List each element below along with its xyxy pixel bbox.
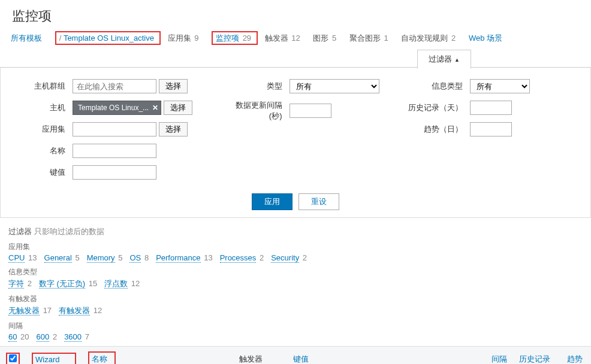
nav-triggers[interactable]: 触发器 12 bbox=[265, 33, 300, 44]
subfilter-item[interactable]: 3600 7 bbox=[64, 332, 89, 341]
subfilter-item[interactable]: 无触发器 17 bbox=[8, 305, 52, 316]
appset-input[interactable] bbox=[73, 122, 156, 136]
subfilter-item[interactable]: 字符 2 bbox=[8, 278, 32, 289]
label-name: 名称 bbox=[7, 145, 73, 156]
th-wizard[interactable]: Wizard bbox=[26, 347, 82, 365]
sf-appset-items: CPU 13General 5Memory 5OS 8Performance 1… bbox=[8, 253, 583, 262]
subfilter-item[interactable]: 600 2 bbox=[37, 332, 58, 341]
label-info-type: 信息类型 bbox=[404, 81, 470, 92]
th-triggers: 触发器 bbox=[233, 347, 287, 365]
trends-input[interactable] bbox=[470, 122, 512, 136]
select-all-checkbox[interactable] bbox=[9, 354, 17, 362]
label-update-interval: 数据更新间隔(秒) bbox=[224, 100, 290, 122]
th-trends[interactable]: 趋势 bbox=[561, 347, 591, 365]
th-interval[interactable]: 间隔 bbox=[483, 347, 513, 365]
subfilter-item[interactable]: 60 20 bbox=[8, 332, 29, 341]
history-input[interactable] bbox=[470, 101, 512, 115]
name-input[interactable] bbox=[73, 144, 156, 158]
reset-button[interactable]: 重设 bbox=[298, 193, 339, 210]
filter-tab[interactable]: 过滤器▲ bbox=[417, 50, 471, 69]
items-table: Wizard 名称 触发器 键值 间隔 历史记录 趋势 Free swap bbox=[0, 346, 591, 364]
sf-info-head: 信息类型 bbox=[8, 267, 583, 277]
type-select[interactable]: 所有 bbox=[290, 79, 379, 93]
hostgroup-input[interactable] bbox=[73, 79, 156, 93]
filter-tab-row: 过滤器▲ bbox=[0, 50, 591, 68]
subfilter-item[interactable]: 有触发器 12 bbox=[59, 305, 102, 316]
filter-panel: 主机群组 选择 主机 Template OS Linux_...✕ 选择 应用集… bbox=[0, 68, 591, 218]
nav-template-name[interactable]: Template OS Linux_active bbox=[64, 34, 154, 43]
th-key[interactable]: 键值 bbox=[287, 347, 483, 365]
close-icon[interactable]: ✕ bbox=[152, 104, 158, 112]
nav-discovery[interactable]: 自动发现规则 2 bbox=[401, 33, 456, 44]
th-checkbox bbox=[0, 347, 26, 365]
sf-appset-head: 应用集 bbox=[8, 242, 583, 252]
subfilter-item[interactable]: Performance 13 bbox=[156, 253, 213, 262]
subfilter-item[interactable]: Security 2 bbox=[271, 253, 307, 262]
subfilter-item[interactable]: General 5 bbox=[44, 253, 80, 262]
th-history[interactable]: 历史记录 bbox=[513, 347, 561, 365]
nav-appsets[interactable]: 应用集 9 bbox=[168, 33, 199, 44]
label-hostgroup: 主机群组 bbox=[7, 81, 73, 92]
host-select-button[interactable]: 选择 bbox=[164, 101, 192, 115]
subfilter-item[interactable]: OS 8 bbox=[129, 253, 149, 262]
subfilter-hint: 只影响过滤后的数据 bbox=[34, 227, 104, 236]
chevron-up-icon: ▲ bbox=[454, 57, 460, 63]
nav-all-templates[interactable]: 所有模板 bbox=[11, 33, 42, 44]
apply-button[interactable]: 应用 bbox=[252, 193, 293, 210]
host-chip[interactable]: Template OS Linux_...✕ bbox=[73, 101, 161, 115]
subfilter-block: 过滤器 只影响过滤后的数据 应用集 CPU 13General 5Memory … bbox=[0, 226, 591, 341]
key-input[interactable] bbox=[73, 165, 156, 180]
highlight-template: / Template OS Linux_active bbox=[55, 31, 161, 45]
sf-trigger-items: 无触发器 17有触发器 12 bbox=[8, 305, 583, 316]
sf-trigger-head: 有触发器 bbox=[8, 294, 583, 304]
subfilter-item[interactable]: 浮点数 12 bbox=[104, 278, 140, 289]
hostgroup-select-button[interactable]: 选择 bbox=[159, 79, 188, 93]
label-host: 主机 bbox=[7, 102, 73, 113]
sf-interval-items: 60 20600 23600 7 bbox=[8, 332, 583, 341]
label-key: 键值 bbox=[7, 167, 73, 178]
nav-bar: 所有模板 / Template OS Linux_active 应用集 9 监控… bbox=[0, 30, 591, 50]
label-type: 类型 bbox=[224, 81, 290, 92]
nav-screens[interactable]: 聚合图形 1 bbox=[349, 33, 388, 44]
update-interval-input[interactable] bbox=[290, 104, 331, 118]
label-appset: 应用集 bbox=[7, 124, 73, 135]
subfilter-item[interactable]: 数字 (无正负) 15 bbox=[39, 278, 97, 289]
subfilter-item[interactable]: CPU 13 bbox=[8, 253, 37, 262]
label-history: 历史记录（天） bbox=[404, 102, 470, 113]
page-title: 监控项 bbox=[0, 0, 591, 30]
subfilter-item[interactable]: Processes 2 bbox=[220, 253, 264, 262]
highlight-items: 监控项 29 bbox=[212, 31, 258, 45]
nav-items[interactable]: 监控项 29 bbox=[216, 33, 251, 44]
label-trends: 趋势（日） bbox=[404, 124, 470, 135]
info-type-select[interactable]: 所有 bbox=[470, 79, 530, 93]
sf-interval-head: 间隔 bbox=[8, 321, 583, 331]
subfilter-item[interactable]: Memory 5 bbox=[87, 253, 123, 262]
sf-info-items: 字符 2数字 (无正负) 15浮点数 12 bbox=[8, 278, 583, 289]
nav-web[interactable]: Web 场景 bbox=[469, 33, 502, 44]
appset-select-button[interactable]: 选择 bbox=[159, 122, 188, 136]
nav-graphs[interactable]: 图形 5 bbox=[313, 33, 336, 44]
subfilter-title: 过滤器 bbox=[8, 227, 32, 236]
th-name[interactable]: 名称 bbox=[82, 347, 233, 365]
